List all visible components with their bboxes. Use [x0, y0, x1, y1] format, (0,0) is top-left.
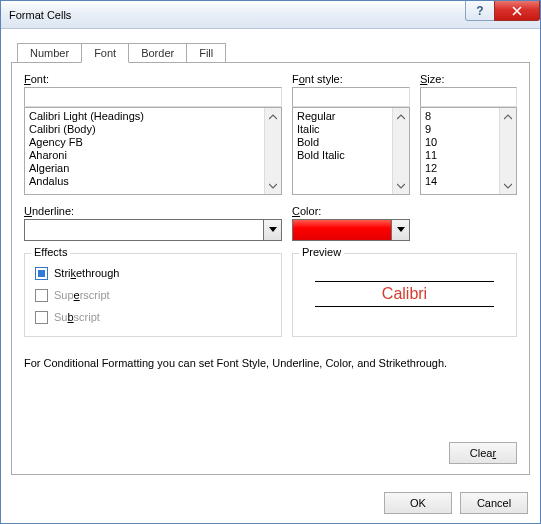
size-input[interactable]: [420, 87, 517, 107]
color-select[interactable]: [292, 219, 410, 241]
chevron-down-icon: [269, 227, 277, 233]
chevron-up-icon: [269, 114, 277, 120]
list-item[interactable]: Calibri Light (Headings): [29, 110, 260, 123]
checkbox-label: Strikethrough: [54, 267, 119, 279]
tab-border[interactable]: Border: [128, 43, 187, 63]
scroll-down-button[interactable]: [393, 177, 409, 194]
list-item[interactable]: 10: [425, 136, 495, 149]
checkbox-label: Subscript: [54, 311, 100, 323]
help-icon: ?: [476, 4, 483, 18]
tab-font[interactable]: Font: [81, 43, 129, 63]
strikethrough-checkbox[interactable]: Strikethrough: [35, 264, 271, 282]
ok-button[interactable]: OK: [384, 492, 452, 514]
checkbox-label: Superscript: [54, 289, 110, 301]
preview-line: [315, 281, 494, 282]
clear-button[interactable]: Clear: [449, 442, 517, 464]
underline-label: Underline:: [24, 205, 282, 217]
underline-select[interactable]: [24, 219, 282, 241]
dropdown-button[interactable]: [392, 219, 410, 241]
chevron-down-icon: [504, 183, 512, 189]
title-bar[interactable]: Format Cells ?: [1, 1, 540, 29]
checkbox-icon: [35, 311, 48, 324]
chevron-down-icon: [397, 227, 405, 233]
preview-box: Calibri: [303, 264, 506, 324]
cancel-button[interactable]: Cancel: [460, 492, 528, 514]
close-icon: [512, 6, 522, 16]
info-text: For Conditional Formatting you can set F…: [24, 357, 517, 369]
scrollbar[interactable]: [392, 108, 409, 194]
scrollbar[interactable]: [499, 108, 516, 194]
subscript-checkbox[interactable]: Subscript: [35, 308, 271, 326]
window-title: Format Cells: [9, 9, 71, 21]
list-item[interactable]: Bold Italic: [297, 149, 388, 162]
list-item[interactable]: Andalus: [29, 175, 260, 188]
list-item[interactable]: Algerian: [29, 162, 260, 175]
list-item[interactable]: Regular: [297, 110, 388, 123]
tab-bar: Number Font Border Fill: [11, 41, 530, 63]
chevron-up-icon: [397, 114, 405, 120]
scroll-down-button[interactable]: [265, 177, 281, 194]
underline-value: [24, 219, 264, 241]
font-style-list[interactable]: Regular Italic Bold Bold Italic: [292, 107, 410, 195]
list-item[interactable]: Calibri (Body): [29, 123, 260, 136]
list-item[interactable]: Bold: [297, 136, 388, 149]
dropdown-button[interactable]: [264, 219, 282, 241]
preview-text: Calibri: [378, 285, 431, 303]
list-item[interactable]: Aharoni: [29, 149, 260, 162]
preview-group: Preview Calibri: [292, 253, 517, 337]
list-item[interactable]: Agency FB: [29, 136, 260, 149]
scrollbar[interactable]: [264, 108, 281, 194]
list-item[interactable]: 11: [425, 149, 495, 162]
size-list[interactable]: 8 9 10 11 12 14: [420, 107, 517, 195]
chevron-up-icon: [504, 114, 512, 120]
list-item[interactable]: Italic: [297, 123, 388, 136]
font-label: Font:: [24, 73, 282, 85]
list-item[interactable]: 8: [425, 110, 495, 123]
font-list[interactable]: Calibri Light (Headings) Calibri (Body) …: [24, 107, 282, 195]
dialog-footer: OK Cancel: [1, 483, 540, 523]
preview-label: Preview: [299, 246, 344, 258]
scroll-up-button[interactable]: [393, 108, 409, 125]
superscript-checkbox[interactable]: Superscript: [35, 286, 271, 304]
tab-number[interactable]: Number: [17, 43, 82, 63]
scroll-up-button[interactable]: [265, 108, 281, 125]
chevron-down-icon: [269, 183, 277, 189]
checkbox-icon: [35, 289, 48, 302]
close-button[interactable]: [494, 1, 540, 21]
effects-label: Effects: [31, 246, 70, 258]
scroll-up-button[interactable]: [500, 108, 516, 125]
chevron-down-icon: [397, 183, 405, 189]
checkbox-icon: [35, 267, 48, 280]
help-button[interactable]: ?: [465, 1, 495, 21]
color-swatch: [292, 219, 392, 241]
font-style-label: Font style:: [292, 73, 410, 85]
list-item[interactable]: 9: [425, 123, 495, 136]
font-input[interactable]: [24, 87, 282, 107]
tab-fill[interactable]: Fill: [186, 43, 226, 63]
font-panel: Font: Calibri Light (Headings) Calibri (…: [11, 63, 530, 475]
format-cells-dialog: Format Cells ? Number Font Border Fill F…: [0, 0, 541, 524]
size-label: Size:: [420, 73, 517, 85]
effects-group: Effects Strikethrough Superscript Subscr…: [24, 253, 282, 337]
font-style-input[interactable]: [292, 87, 410, 107]
list-item[interactable]: 14: [425, 175, 495, 188]
color-label: Color:: [292, 205, 410, 217]
preview-line: [315, 306, 494, 307]
list-item[interactable]: 12: [425, 162, 495, 175]
scroll-down-button[interactable]: [500, 177, 516, 194]
